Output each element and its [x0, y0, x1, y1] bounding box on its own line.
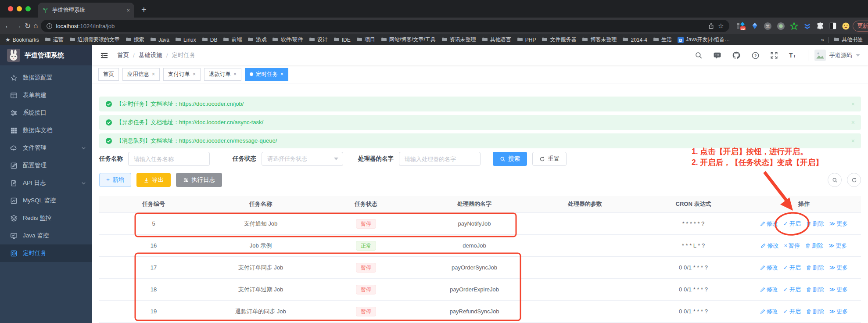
bookmark-item[interactable]: 生活	[653, 36, 672, 43]
window-controls[interactable]	[0, 6, 38, 11]
close-tag-icon[interactable]: ×	[193, 71, 196, 77]
search-icon[interactable]	[695, 51, 703, 59]
bookmark-item[interactable]: 游戏	[247, 36, 266, 43]
contrast-ext[interactable]	[829, 22, 837, 30]
bookmark-item[interactable]: 设计	[309, 36, 328, 43]
修改-action-link[interactable]: 修改	[760, 242, 778, 250]
bookmark-item[interactable]: Linux	[175, 37, 196, 43]
sidebar-item-定时任务[interactable]: 定时任务	[0, 244, 92, 262]
task-name-input[interactable]	[128, 152, 210, 166]
site-info-icon[interactable]	[46, 23, 53, 29]
page-tag-首页[interactable]: 首页	[98, 68, 119, 81]
开启-action-link[interactable]: ✓开启	[783, 220, 801, 228]
bookmarks-overflow-chevron[interactable]: »	[821, 36, 824, 43]
新增-button[interactable]: +新增	[99, 173, 131, 187]
close-icon[interactable]: ×	[851, 137, 855, 144]
question-icon[interactable]: ?	[751, 51, 760, 60]
fullscreen-icon[interactable]	[770, 51, 778, 59]
更多-action-link[interactable]: ≫更多	[829, 286, 848, 294]
bookmark-item[interactable]: 2014-4	[622, 37, 647, 43]
修改-action-link[interactable]: 修改	[760, 308, 778, 316]
github-icon[interactable]	[732, 51, 741, 60]
修改-action-link[interactable]: 修改	[760, 286, 778, 294]
breadcrumb-item[interactable]: 首页	[117, 51, 129, 59]
bookmark-item[interactable]: 运营	[45, 36, 64, 43]
screen-ext[interactable]	[777, 22, 785, 30]
page-tag-定时任务[interactable]: 定时任务×	[245, 68, 288, 81]
minimize-window-button[interactable]	[17, 6, 22, 11]
删除-action-link[interactable]: 删除	[806, 308, 824, 316]
emoji-ext[interactable]	[842, 22, 850, 30]
fontsize-icon[interactable]: TT	[789, 51, 797, 59]
menu-fold-icon[interactable]	[100, 51, 108, 60]
close-tag-icon[interactable]: ×	[280, 71, 283, 77]
更多-action-link[interactable]: ≫更多	[829, 242, 847, 250]
search-button[interactable]: 搜索	[493, 152, 527, 166]
删除-action-link[interactable]: 删除	[805, 242, 823, 250]
other-bookmarks-folder[interactable]: 其他书签	[833, 36, 863, 43]
sidebar-item-文件管理[interactable]: 文件管理	[0, 139, 92, 157]
green-star-ext[interactable]	[790, 22, 798, 30]
执行日志-button[interactable]: 执行日志	[176, 173, 222, 187]
sidebar-item-数据库文档[interactable]: 数据库文档	[0, 122, 92, 139]
sidebar-item-表单构建[interactable]: 表单构建	[0, 86, 92, 104]
bookmark-item[interactable]: 文件服务器	[542, 36, 576, 43]
task-status-select[interactable]: 请选择任务状态	[262, 152, 343, 166]
bookmark-item[interactable]: 近期需要读的文章	[69, 36, 120, 43]
sidebar-item-API 日志[interactable]: API 日志	[0, 174, 92, 192]
更多-action-link[interactable]: ≫更多	[829, 220, 848, 228]
new-tab-button[interactable]: +	[141, 5, 147, 15]
back-icon[interactable]: ←	[4, 22, 12, 30]
puzzle-ext[interactable]	[816, 22, 824, 30]
user-menu[interactable]: 芋道源码	[808, 50, 860, 61]
bookmark-item[interactable]: 软件/硬件	[272, 36, 303, 43]
bookmark-item[interactable]: 前端	[223, 36, 242, 43]
chat-icon[interactable]	[713, 51, 721, 60]
breadcrumb-item[interactable]: 基础设施	[139, 51, 162, 59]
bookmark-item[interactable]: PHP	[517, 37, 536, 43]
bookmarks-manager[interactable]: ★ Bookmarks	[5, 36, 39, 43]
zoom-window-button[interactable]	[25, 6, 31, 11]
close-icon[interactable]: ×	[851, 100, 855, 108]
page-tag-应用信息[interactable]: 应用信息×	[122, 68, 160, 81]
reload-icon[interactable]: ↻	[25, 22, 31, 31]
bookmark-item[interactable]: 博客未整理	[582, 36, 617, 43]
sidebar-item-数据源配置[interactable]: 数据源配置	[0, 69, 92, 86]
kite-ext[interactable]	[751, 22, 759, 30]
bookmark-item[interactable]: Java	[150, 37, 169, 43]
删除-action-link[interactable]: 删除	[806, 220, 824, 228]
cmd-ext[interactable]: ⌘	[764, 22, 772, 30]
bookmark-item[interactable]: 搜索	[126, 36, 144, 43]
sidebar-item-系统接口[interactable]: 系统接口	[0, 104, 92, 122]
bookmark-star-icon[interactable]: ☆	[718, 22, 724, 30]
close-tag-icon[interactable]: ×	[152, 71, 155, 77]
chrome-update-button[interactable]: 更新	[853, 21, 868, 32]
bookmark-item[interactable]: 资讯未整理	[441, 36, 476, 43]
reset-button[interactable]: 重置	[532, 152, 567, 166]
close-window-button[interactable]	[8, 6, 13, 11]
修改-action-link[interactable]: 修改	[760, 264, 778, 272]
bookmark-item[interactable]: BJava开发|小组首…	[678, 36, 730, 43]
sidebar-item-MySQL 监控[interactable]: MySQL 监控	[0, 192, 92, 209]
更多-action-link[interactable]: ≫更多	[829, 264, 848, 272]
close-icon[interactable]: ×	[851, 119, 855, 126]
暂停-action-link[interactable]: ×暂停	[784, 242, 800, 250]
browser-tab[interactable]: 芋道管理系统 ×	[38, 3, 134, 18]
开启-action-link[interactable]: ✓开启	[783, 286, 801, 294]
更多-action-link[interactable]: ≫更多	[829, 308, 848, 316]
app-logo[interactable]: 芋道管理系统	[0, 45, 92, 65]
bookmark-item[interactable]: 网站/博客/文章/工具	[381, 36, 436, 43]
sidebar-item-配置管理[interactable]: 配置管理	[0, 157, 92, 174]
删除-action-link[interactable]: 删除	[806, 286, 824, 294]
home-icon[interactable]: ⌂	[33, 22, 38, 30]
grid-diamond-ext[interactable]: 12	[736, 21, 746, 31]
sidebar-item-Java 监控[interactable]: Java 监控	[0, 227, 92, 244]
toggle-search-button[interactable]	[828, 173, 842, 187]
导出-button[interactable]: 导出	[136, 173, 171, 187]
开启-action-link[interactable]: ✓开启	[783, 264, 801, 272]
开启-action-link[interactable]: ✓开启	[783, 308, 801, 316]
bookmark-item[interactable]: DB	[202, 37, 218, 43]
bookmark-item[interactable]: 项目	[356, 36, 375, 43]
bookmark-item[interactable]: IDE	[334, 37, 351, 43]
address-bar[interactable]: localhost:1024/infra/job ☆	[41, 20, 729, 32]
